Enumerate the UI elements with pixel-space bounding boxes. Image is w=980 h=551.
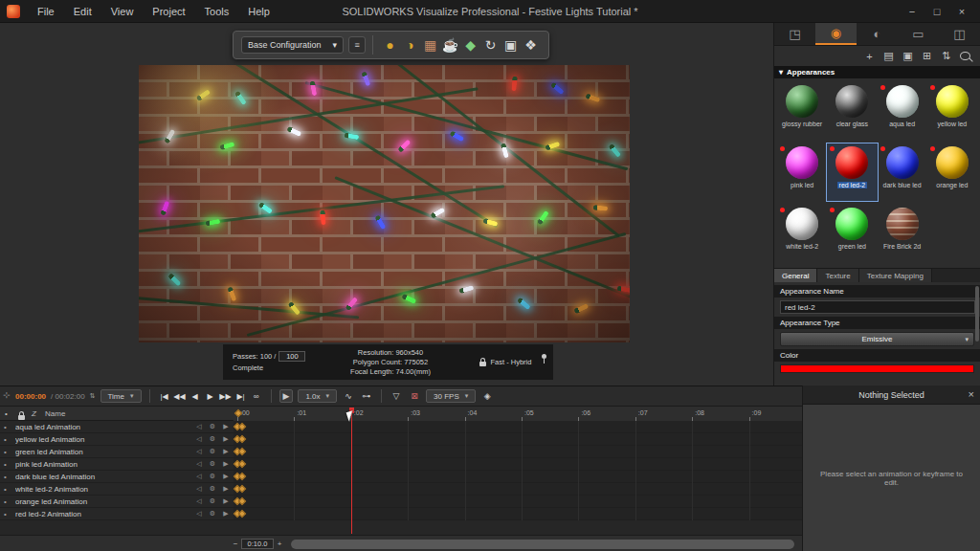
- track-row[interactable]: •yellow led Animation◁⚙▶: [0, 433, 234, 446]
- keyframe-diamond[interactable]: [238, 448, 246, 455]
- appearance-swatch-red-led-2[interactable]: red led-2: [827, 143, 877, 201]
- volume-icon[interactable]: ◁: [194, 423, 204, 430]
- render-mode-icon[interactable]: ●: [380, 34, 400, 55]
- appearance-swatch-yellow-led[interactable]: yellow led: [927, 82, 977, 140]
- keyframe-diamond[interactable]: [238, 485, 246, 493]
- expand-icon[interactable]: ▶: [221, 485, 231, 493]
- track-lanes[interactable]: [234, 421, 802, 520]
- render-animation-icon[interactable]: ▶: [279, 389, 294, 403]
- appearance-swatch-white-led-2[interactable]: white led-2: [777, 205, 827, 262]
- volume-icon[interactable]: ◁: [194, 473, 204, 480]
- expand-icon[interactable]: ▶: [221, 473, 231, 480]
- grid-view-icon[interactable]: ⊞: [922, 50, 932, 62]
- track-row[interactable]: •orange led Animation◁⚙▶: [0, 496, 234, 508]
- properties-icon[interactable]: ⚙: [208, 485, 217, 493]
- playhead[interactable]: [351, 408, 352, 534]
- menu-file[interactable]: File: [30, 3, 62, 20]
- track-row[interactable]: •aqua led Animation◁⚙▶: [0, 421, 234, 433]
- track-lane[interactable]: [234, 421, 802, 433]
- delete-icon[interactable]: ⊠: [408, 391, 421, 401]
- search-icon[interactable]: [960, 52, 970, 60]
- tab-texture-mapping[interactable]: Texture Mapping: [859, 269, 932, 282]
- volume-icon[interactable]: ◁: [194, 485, 204, 493]
- loop-button[interactable]: ∞: [250, 392, 263, 401]
- keyframe-diamond[interactable]: [238, 460, 246, 468]
- timeline-ruler[interactable]: :00:01:02:03:04:05:06:07:08:09: [234, 407, 802, 421]
- appearance-swatch-clear-glass[interactable]: clear glass: [827, 82, 877, 140]
- viewport[interactable]: Base Configuration ▾ ≡ ●◑▦☕◆↻▣❖ Passes: …: [0, 23, 773, 386]
- configuration-menu-icon[interactable]: ≡: [348, 36, 366, 54]
- render-queue-icon[interactable]: ☕: [440, 34, 460, 55]
- import-icon[interactable]: ▤: [883, 50, 894, 62]
- appearance-swatch-pink-led[interactable]: pink led: [777, 143, 827, 201]
- appearance-swatch-green-led[interactable]: green led: [827, 205, 877, 262]
- tab-models[interactable]: ◳: [774, 23, 815, 45]
- track-lane[interactable]: [234, 458, 802, 471]
- appearance-swatch-aqua-led[interactable]: aqua led: [878, 82, 927, 140]
- keyframe-diamond[interactable]: [238, 473, 246, 480]
- add-appearance-icon[interactable]: +: [864, 51, 875, 62]
- track-lane[interactable]: [234, 471, 802, 483]
- rendered-image[interactable]: [139, 65, 630, 342]
- volume-icon[interactable]: ◁: [194, 435, 204, 443]
- keyframe-diamond[interactable]: [238, 435, 246, 443]
- properties-icon[interactable]: ⚙: [208, 510, 217, 518]
- close-icon[interactable]: ×: [969, 388, 974, 400]
- color-swatch[interactable]: [780, 364, 974, 373]
- tab-configurations[interactable]: ◫: [939, 23, 980, 45]
- expand-icon[interactable]: ▶: [221, 435, 231, 443]
- track-lane[interactable]: [234, 446, 802, 458]
- timeline-scrollbar[interactable]: [291, 540, 794, 549]
- properties-icon[interactable]: ⚙: [208, 448, 217, 455]
- go-to-start-button[interactable]: |◀: [158, 392, 171, 401]
- refresh-icon[interactable]: ↻: [480, 34, 501, 55]
- menu-tools[interactable]: Tools: [197, 3, 237, 20]
- track-row[interactable]: •white led-2 Animation◁⚙▶: [0, 483, 234, 496]
- expand-icon[interactable]: ▶: [221, 460, 231, 468]
- duplicate-icon[interactable]: ▣: [902, 50, 913, 62]
- track-row[interactable]: •red led-2 Animation◁⚙▶: [0, 508, 234, 520]
- appearances-section-header[interactable]: ▾ Appearances: [774, 66, 980, 78]
- previous-keyframe-button[interactable]: ◀◀: [173, 392, 187, 401]
- timeline-scrollbar-thumb[interactable]: [291, 540, 794, 549]
- panel-scrollbar[interactable]: [975, 286, 979, 342]
- keyframe-diamond[interactable]: [238, 423, 246, 430]
- volume-icon[interactable]: ◁: [194, 460, 204, 468]
- track-row[interactable]: •green led Animation◁⚙▶: [0, 446, 234, 458]
- magic-wand-icon[interactable]: ❖: [521, 34, 541, 55]
- sort-icon[interactable]: ⇅: [941, 50, 951, 62]
- volume-icon[interactable]: ◁: [194, 448, 204, 455]
- expand-icon[interactable]: ▶: [221, 510, 231, 518]
- tab-cameras[interactable]: ▭: [898, 23, 939, 45]
- volume-icon[interactable]: ◁: [194, 510, 204, 518]
- ramp-icon[interactable]: ∿: [342, 391, 355, 401]
- tab-texture[interactable]: Texture: [817, 269, 858, 282]
- package-icon[interactable]: ▣: [501, 34, 521, 55]
- play-button[interactable]: ▶: [204, 392, 217, 401]
- properties-icon[interactable]: ⚙: [208, 497, 217, 505]
- properties-icon[interactable]: ⚙: [208, 473, 217, 480]
- appearance-type-dropdown[interactable]: Emissive ▾: [780, 332, 974, 346]
- time-mode-dropdown[interactable]: Time ▾: [100, 389, 142, 403]
- configuration-dropdown[interactable]: Base Configuration ▾: [241, 36, 344, 54]
- expand-icon[interactable]: ▶: [221, 448, 231, 455]
- menu-help[interactable]: Help: [240, 3, 278, 20]
- playback-speed-dropdown[interactable]: 1.0x ▾: [298, 389, 337, 403]
- menu-view[interactable]: View: [103, 3, 142, 20]
- expand-icon[interactable]: ▶: [221, 423, 231, 430]
- play-reverse-button[interactable]: ◀: [189, 392, 202, 401]
- zoom-value[interactable]: 0:10.0: [241, 539, 274, 549]
- appearance-name-input[interactable]: [780, 300, 975, 314]
- menu-edit[interactable]: Edit: [66, 3, 100, 20]
- properties-icon[interactable]: ⚙: [208, 460, 217, 468]
- tab-environments[interactable]: ◐: [857, 23, 898, 45]
- gem-icon[interactable]: ◆: [460, 34, 480, 55]
- properties-icon[interactable]: ⚙: [208, 423, 217, 430]
- maximize-button[interactable]: □: [926, 6, 947, 17]
- zoom-in-button[interactable]: +: [274, 540, 285, 548]
- minimize-button[interactable]: −: [902, 6, 923, 17]
- passes-input[interactable]: [278, 351, 305, 362]
- snap-icon[interactable]: ⊹: [3, 390, 11, 400]
- fps-dropdown[interactable]: 30 FPS ▾: [426, 389, 476, 403]
- appearance-swatch-orange-led[interactable]: orange led: [927, 143, 977, 201]
